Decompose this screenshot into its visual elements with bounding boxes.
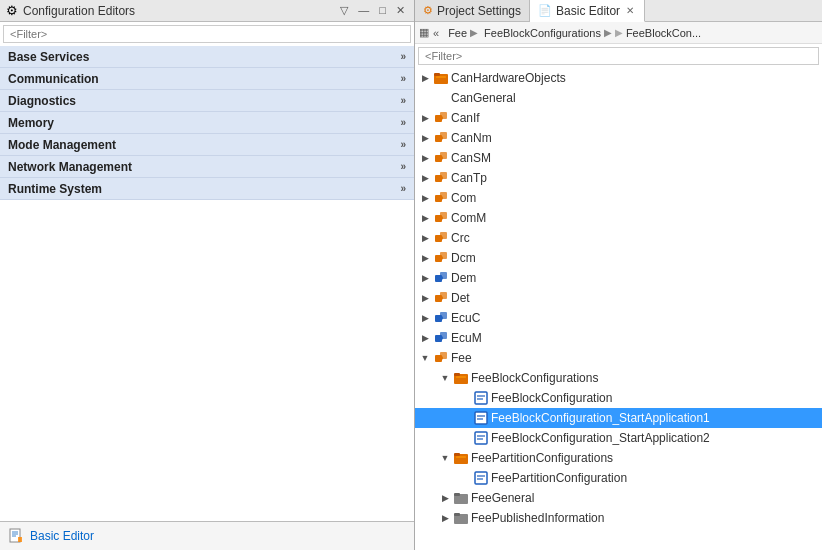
svg-rect-49: [456, 376, 466, 378]
left-filter-input[interactable]: [3, 25, 411, 43]
tree-item-fee-partition-config[interactable]: FeePartitionConfiguration: [415, 468, 822, 488]
category-label: Diagnostics: [8, 94, 400, 108]
tree-item-ecuc[interactable]: ▶ EcuC: [415, 308, 822, 328]
expand-arrows: »: [400, 183, 406, 194]
category-item-diagnostics[interactable]: Diagnostics»: [0, 90, 414, 112]
expand-btn[interactable]: ▶: [419, 153, 431, 163]
tree-item-fee-block-config-start2[interactable]: FeeBlockConfiguration_StartApplication2: [415, 428, 822, 448]
item-icon-comm: [433, 210, 449, 226]
basic-editor-icon: [8, 528, 24, 544]
svg-rect-66: [454, 493, 460, 496]
tree-item-can-hw[interactable]: ▶ CanHardwareObjects: [415, 68, 822, 88]
breadcrumb-item-0[interactable]: Fee: [445, 27, 467, 39]
item-icon-fee-partition-configs: [453, 450, 469, 466]
expand-btn[interactable]: ▶: [419, 133, 431, 143]
minimize-icon[interactable]: ▽: [337, 3, 351, 18]
item-label-fee-general: FeeGeneral: [471, 491, 534, 505]
category-label: Network Management: [8, 160, 400, 174]
item-icon-fee-published: [453, 510, 469, 526]
tab-project-settings[interactable]: ⚙Project Settings: [415, 0, 530, 21]
tree-item-can-general[interactable]: CanGeneral: [415, 88, 822, 108]
basic-editor-tab-icon: 📄: [538, 4, 552, 17]
tree-item-fee[interactable]: ▼ Fee: [415, 348, 822, 368]
tree-item-fee-general[interactable]: ▶ FeeGeneral: [415, 488, 822, 508]
expand-btn[interactable]: ▶: [419, 113, 431, 123]
expand-btn[interactable]: ▶: [419, 213, 431, 223]
bc-text-0: Fee: [448, 27, 467, 39]
tree-item-crc[interactable]: ▶ Crc: [415, 228, 822, 248]
svg-point-40: [439, 316, 443, 320]
tree-item-com[interactable]: ▶ Com: [415, 188, 822, 208]
expand-btn[interactable]: ▶: [419, 173, 431, 183]
breadcrumb-item-1[interactable]: FeeBlockConfigurations: [481, 27, 601, 39]
close-icon[interactable]: ✕: [393, 3, 408, 18]
item-label-fee-partition-config: FeePartitionConfiguration: [491, 471, 627, 485]
tree-item-canif[interactable]: ▶ CanIf: [415, 108, 822, 128]
tab-close-btn[interactable]: ✕: [624, 4, 636, 17]
tree-item-cansm[interactable]: ▶ CanSM: [415, 148, 822, 168]
category-label: Mode Management: [8, 138, 400, 152]
expand-btn[interactable]: ▶: [419, 273, 431, 283]
expand-btn[interactable]: ▶: [439, 493, 451, 503]
tree-item-cannm[interactable]: ▶ CanNm: [415, 128, 822, 148]
breadcrumb-item-2[interactable]: ▶FeeBlockCon...: [615, 27, 701, 39]
expand-btn[interactable]: ▼: [439, 453, 451, 463]
collapse-icon[interactable]: —: [355, 3, 372, 18]
svg-point-16: [439, 156, 443, 160]
item-icon-com: [433, 190, 449, 206]
tree-item-dcm[interactable]: ▶ Dcm: [415, 248, 822, 268]
tab-label: Project Settings: [437, 4, 521, 18]
tab-label: Basic Editor: [556, 4, 620, 18]
svg-point-19: [439, 176, 443, 180]
basic-editor-link[interactable]: Basic Editor: [30, 529, 94, 543]
tree-item-dem[interactable]: ▶ Dem: [415, 268, 822, 288]
tree-item-fee-partition-configs[interactable]: ▼ FeePartitionConfigurations: [415, 448, 822, 468]
tree-item-fee-published[interactable]: ▶ FeePublishedInformation: [415, 508, 822, 528]
tree-item-ecum[interactable]: ▶ EcuM: [415, 328, 822, 348]
expand-btn[interactable]: ▶: [419, 73, 431, 83]
category-item-memory[interactable]: Memory»: [0, 112, 414, 134]
expand-btn[interactable]: ▶: [439, 513, 451, 523]
svg-rect-48: [454, 373, 460, 376]
svg-rect-61: [456, 456, 466, 458]
svg-rect-60: [454, 453, 460, 456]
expand-arrows: »: [400, 95, 406, 106]
svg-rect-6: [434, 73, 440, 76]
item-label-det: Det: [451, 291, 470, 305]
expand-btn[interactable]: ▼: [419, 353, 431, 363]
tree-item-fee-block-config1[interactable]: FeeBlockConfiguration: [415, 388, 822, 408]
category-item-communication[interactable]: Communication»: [0, 68, 414, 90]
expand-btn[interactable]: ▶: [419, 233, 431, 243]
category-item-network-management[interactable]: Network Management»: [0, 156, 414, 178]
tree-item-fee-block-configs[interactable]: ▼ FeeBlockConfigurations: [415, 368, 822, 388]
expand-btn[interactable]: ▶: [419, 313, 431, 323]
item-label-crc: Crc: [451, 231, 470, 245]
expand-btn[interactable]: ▼: [439, 373, 451, 383]
item-label-fee-block-config1: FeeBlockConfiguration: [491, 391, 612, 405]
item-icon-det: [433, 290, 449, 306]
expand-btn[interactable]: ▶: [419, 193, 431, 203]
svg-point-43: [439, 336, 443, 340]
item-icon-ecuc: [433, 310, 449, 326]
item-icon-fee-general: [453, 490, 469, 506]
svg-point-46: [439, 356, 443, 360]
maximize-icon[interactable]: □: [376, 3, 389, 18]
expand-btn[interactable]: ▶: [419, 293, 431, 303]
tree-item-fee-block-config-start1[interactable]: FeeBlockConfiguration_StartApplication1: [415, 408, 822, 428]
breadcrumb-view-icon[interactable]: ▦: [419, 26, 429, 39]
category-item-runtime-system[interactable]: Runtime System»: [0, 178, 414, 200]
breadcrumb-back-btn[interactable]: «: [433, 27, 439, 39]
tree-item-det[interactable]: ▶ Det: [415, 288, 822, 308]
item-icon-fee-partition-config: [473, 470, 489, 486]
tree-item-cantp[interactable]: ▶ CanTp: [415, 168, 822, 188]
tab-basic-editor[interactable]: 📄Basic Editor✕: [530, 0, 645, 22]
category-item-mode-management[interactable]: Mode Management»: [0, 134, 414, 156]
right-filter-input[interactable]: [418, 47, 819, 65]
tree-item-comm[interactable]: ▶ ComM: [415, 208, 822, 228]
expand-btn[interactable]: ▶: [419, 253, 431, 263]
bc-text-2: FeeBlockCon...: [626, 27, 701, 39]
category-item-base-services[interactable]: Base Services»: [0, 46, 414, 68]
category-label: Runtime System: [8, 182, 400, 196]
expand-btn[interactable]: ▶: [419, 333, 431, 343]
item-label-fee: Fee: [451, 351, 472, 365]
